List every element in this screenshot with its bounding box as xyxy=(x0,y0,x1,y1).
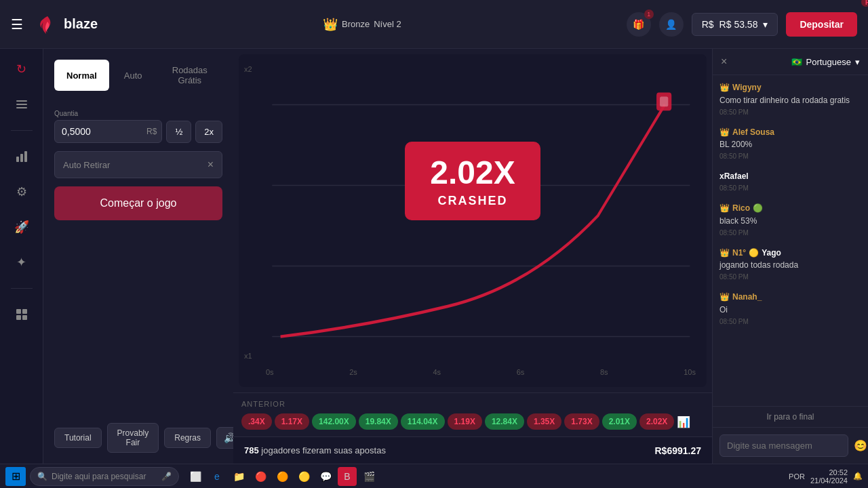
previous-rounds: .34X 1.17X 142.00X 19.84X 114.04X 1.19X … xyxy=(241,413,704,430)
players-action: fizeram suas apostas xyxy=(302,445,386,455)
bronze-badge: 👑 Bronze Nível 2 xyxy=(323,17,401,32)
green-dot-icon: 🟢 xyxy=(753,203,763,214)
chat-msg-text-1: Como tirar dinheiro da rodada gratis xyxy=(719,95,861,106)
crown-icon-2: 👑 xyxy=(719,127,730,138)
start-button[interactable]: Começar o jogo xyxy=(54,186,222,220)
tab-free[interactable]: Rodadas Grátis xyxy=(157,60,222,91)
chat-input[interactable] xyxy=(719,434,848,457)
rounds-chart-icon[interactable]: 📊 xyxy=(677,415,690,428)
svg-rect-2 xyxy=(16,107,27,108)
sidebar-icon-rocket[interactable]: 🚀 xyxy=(9,215,34,239)
deposit-button[interactable]: Depositar xyxy=(786,12,857,37)
topbar: ☰ blaze 👑 Bronze Nível 2 🎁 1 👤 R$ R$ 53.… xyxy=(0,0,868,49)
taskbar-icon-folder[interactable]: 📁 xyxy=(229,467,248,486)
chat-time-4: 08:50 PM xyxy=(719,228,861,238)
sidebar-icon-settings[interactable]: ⚙ xyxy=(9,180,34,204)
x-axis-2s: 2s xyxy=(349,368,357,376)
chat-username-1: Wigyny xyxy=(732,82,762,94)
crown-icon-5: 👑 xyxy=(719,247,730,259)
sidebar-icon-list[interactable] xyxy=(9,92,34,117)
chat-close-btn[interactable]: × xyxy=(721,56,727,68)
round-badge[interactable]: 1.19X xyxy=(448,413,482,430)
round-badge[interactable]: 1.17X xyxy=(275,413,309,430)
svg-rect-1 xyxy=(16,104,27,105)
taskbar-icon-app4[interactable]: 💬 xyxy=(316,467,335,486)
tab-normal[interactable]: Normal xyxy=(54,60,109,91)
chat-username-4: Rico xyxy=(732,203,750,214)
time-value: 20:52 xyxy=(810,468,848,476)
sidebar-icon-grid[interactable] xyxy=(9,302,34,327)
chat-message-3: xRafael Red 08:50 PM xyxy=(719,171,861,193)
taskbar-icon-app5[interactable]: 🎬 xyxy=(359,467,378,486)
taskbar-right: POR 20:52 21/04/2024 🔔 xyxy=(789,468,863,485)
chat-msg-text-6: Oi xyxy=(719,304,861,316)
round-badge[interactable]: 1.73X xyxy=(564,413,599,430)
taskbar-icon-app1[interactable]: 🔴 xyxy=(251,467,270,486)
emoji-button[interactable]: 😊 xyxy=(854,439,867,452)
svg-rect-9 xyxy=(22,315,27,320)
y-axis-x2: x2 xyxy=(244,65,252,73)
auto-retirar-close[interactable]: × xyxy=(208,159,214,171)
menu-icon[interactable]: ☰ xyxy=(11,16,23,33)
sidebar-icon-star[interactable]: ✦ xyxy=(9,250,34,274)
logo-text: blaze xyxy=(64,16,98,32)
taskbar-search[interactable]: 🔍 Digite aqui para pesquisar 🎤 xyxy=(30,467,179,486)
regras-button[interactable]: Regras xyxy=(164,428,211,448)
round-badge[interactable]: 142.00X xyxy=(312,413,356,430)
round-badge[interactable]: 19.84X xyxy=(359,413,398,430)
svg-rect-15 xyxy=(660,96,668,106)
provably-fair-button[interactable]: Provably Fair xyxy=(107,423,159,453)
gift-icon-btn[interactable]: 🎁 1 xyxy=(627,12,651,37)
sidebar-icon-refresh[interactable]: ↻ xyxy=(9,57,34,81)
half-button[interactable]: ½ xyxy=(166,121,191,143)
logo: blaze xyxy=(37,14,98,35)
svg-rect-4 xyxy=(20,154,23,162)
taskbar-icon-ie[interactable]: e xyxy=(208,467,226,486)
chat-username-2: Alef Sousa xyxy=(732,127,774,138)
chat-username-3: xRafael xyxy=(719,171,749,182)
chat-username-5a: N1° xyxy=(732,247,746,259)
x-axis-6s: 6s xyxy=(517,368,525,376)
taskbar-icon-cortana[interactable]: ⬜ xyxy=(186,467,205,486)
profile-icon-btn[interactable]: 👤 xyxy=(659,12,684,37)
round-badge[interactable]: 114.04X xyxy=(401,413,445,430)
balance-button[interactable]: R$ R$ 53.58 ▾ xyxy=(692,13,778,36)
chat-time-3: 08:50 PM xyxy=(719,184,861,193)
round-badge[interactable]: .34X xyxy=(241,413,272,430)
language-arrow: ▾ xyxy=(855,57,860,67)
x-axis-4s: 4s xyxy=(433,368,441,376)
round-badge[interactable]: 12.84X xyxy=(485,413,524,430)
sidebar-icon-chart[interactable] xyxy=(9,144,34,169)
round-badge[interactable]: 2.02X xyxy=(639,413,674,430)
svg-rect-8 xyxy=(16,315,21,320)
goto-end-btn[interactable]: Ir para o final xyxy=(713,406,868,427)
crown-icon-4: 👑 xyxy=(719,203,730,214)
chat-language[interactable]: 🇧🇷 Portuguese ▾ xyxy=(791,57,861,67)
taskbar-icon-app3[interactable]: 🟡 xyxy=(294,467,313,486)
game-inner: Normal Auto Rodadas Grátis Quantia R$ ½ … xyxy=(43,49,712,464)
taskbar-icon-blaze[interactable]: B xyxy=(338,467,357,486)
previous-label: ANTERIOR xyxy=(241,400,704,408)
sidebar-divider xyxy=(11,130,33,131)
bet-currency-label: R$ xyxy=(146,127,157,136)
graph-axis-y: x2 x1 xyxy=(244,65,252,360)
svg-rect-3 xyxy=(16,157,19,162)
auto-retirar: Auto Retirar × xyxy=(54,151,222,178)
bet-label: Quantia xyxy=(54,110,222,117)
balance-currency: R$ xyxy=(702,19,714,30)
balance-value: R$ 53.58 xyxy=(719,19,758,30)
chat-msg-text-2: BL 200% xyxy=(719,139,861,150)
round-badge[interactable]: 1.35X xyxy=(527,413,561,430)
taskbar-icon-app2[interactable]: 🟠 xyxy=(273,467,292,486)
bet-input-wrap: R$ xyxy=(54,120,162,143)
round-badge[interactable]: 2.01X xyxy=(602,413,637,430)
double-button[interactable]: 2x xyxy=(195,121,222,143)
tab-auto[interactable]: Auto xyxy=(112,60,155,91)
chat-message-5: 👑 N1° 🟡 Yago jogando todas rodada 08:50 … xyxy=(719,247,861,283)
tutorial-button[interactable]: Tutorial xyxy=(54,428,102,448)
flag-icon: 🇧🇷 xyxy=(791,57,802,67)
previous-section: ANTERIOR .34X 1.17X 142.00X 19.84X 114.0… xyxy=(233,392,712,436)
taskbar-time: 20:52 21/04/2024 xyxy=(810,468,848,485)
notification-icon[interactable]: 🔔 xyxy=(853,472,863,481)
start-button-taskbar[interactable]: ⊞ xyxy=(5,467,26,486)
